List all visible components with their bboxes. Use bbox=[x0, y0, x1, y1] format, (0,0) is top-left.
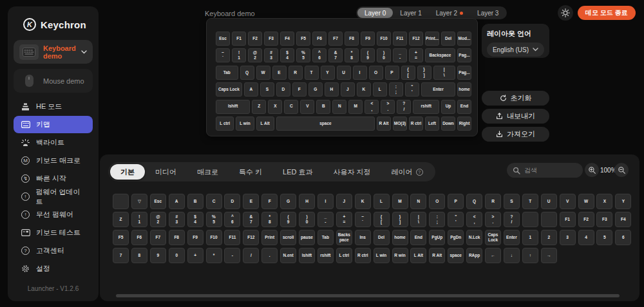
key-print[interactable]: Print bbox=[261, 230, 278, 245]
key-f7[interactable]: F7 bbox=[150, 230, 166, 245]
key--5[interactable]: %5 bbox=[206, 212, 222, 227]
key-r[interactable]: R bbox=[485, 194, 501, 209]
search-box[interactable] bbox=[507, 163, 583, 178]
key-c[interactable]: C bbox=[284, 100, 298, 114]
key-j[interactable]: J bbox=[341, 82, 355, 97]
key--[interactable]: + bbox=[187, 248, 204, 263]
key-f[interactable]: F bbox=[261, 194, 278, 209]
sidebar-item-macro[interactable]: M키보드 매크로 bbox=[14, 152, 93, 169]
key--[interactable]: :; bbox=[389, 82, 403, 97]
key--4[interactable]: $4 bbox=[280, 48, 294, 62]
key-a[interactable]: A bbox=[244, 82, 258, 97]
key-c[interactable]: C bbox=[206, 194, 222, 209]
key--[interactable]: }] bbox=[417, 66, 431, 80]
key-caps-lock[interactable]: Caps Lock bbox=[485, 230, 501, 245]
key--[interactable]: ?/ bbox=[504, 212, 520, 227]
key-j[interactable]: J bbox=[336, 194, 352, 209]
key-f[interactable]: F bbox=[292, 82, 307, 97]
key-n-ent[interactable]: N.ent bbox=[280, 248, 296, 263]
key-enter[interactable]: Enter bbox=[504, 230, 520, 245]
key-s[interactable]: S bbox=[504, 194, 520, 209]
sidebar-item-support[interactable]: ?고객센터 bbox=[14, 242, 93, 259]
key--[interactable]: }] bbox=[392, 212, 408, 227]
key-a[interactable]: A bbox=[169, 194, 185, 209]
key-rshift[interactable]: rshift bbox=[317, 248, 334, 263]
tab-led-효과[interactable]: LED 효과 bbox=[272, 164, 323, 180]
sidebar-item-backlight[interactable]: 백라이트 bbox=[14, 134, 93, 151]
key--[interactable]: >. bbox=[485, 212, 501, 227]
key-3[interactable]: 3 bbox=[560, 230, 576, 245]
key-l-win[interactable]: L win bbox=[374, 248, 390, 263]
key--[interactable]: ← bbox=[485, 248, 501, 263]
key-o[interactable]: O bbox=[369, 66, 383, 80]
key-left[interactable]: Left bbox=[425, 116, 439, 131]
key-v[interactable]: V bbox=[560, 194, 576, 209]
key--3[interactable]: #3 bbox=[169, 212, 185, 227]
key-mod-[interactable]: Mod... bbox=[457, 32, 471, 46]
key-t[interactable]: T bbox=[305, 66, 319, 80]
sidebar-item-he-mode[interactable]: HE 모드 bbox=[14, 98, 93, 115]
key-f8[interactable]: F8 bbox=[169, 230, 185, 245]
key--[interactable]: ↓ bbox=[504, 248, 520, 263]
key-pag-[interactable]: Pag... bbox=[457, 48, 471, 62]
tab-특수-키[interactable]: 특수 키 bbox=[229, 164, 272, 180]
key-v[interactable]: V bbox=[300, 100, 314, 114]
key-f9[interactable]: F9 bbox=[361, 32, 375, 46]
key--[interactable]: . bbox=[261, 248, 278, 263]
key-p[interactable]: P bbox=[385, 66, 399, 80]
key--[interactable]: |\ bbox=[410, 212, 426, 227]
key-f7[interactable]: F7 bbox=[328, 32, 343, 46]
key-r[interactable]: R bbox=[289, 66, 303, 80]
key-u[interactable]: U bbox=[337, 66, 351, 80]
key-esc[interactable]: Esc bbox=[216, 32, 230, 46]
key--[interactable]: / bbox=[243, 248, 259, 263]
key--[interactable]: "' bbox=[405, 82, 419, 97]
key-i[interactable]: I bbox=[317, 194, 334, 209]
key-p[interactable]: P bbox=[448, 194, 464, 209]
key-home[interactable]: home bbox=[457, 82, 471, 97]
key-z[interactable]: Z bbox=[252, 100, 266, 114]
key-end[interactable]: End bbox=[457, 100, 471, 114]
key-enter[interactable]: Enter bbox=[421, 82, 455, 97]
key-pgdn[interactable]: PgDn bbox=[448, 230, 464, 245]
key-rshift[interactable]: rshift bbox=[413, 100, 439, 114]
key-f11[interactable]: F11 bbox=[393, 32, 407, 46]
key--[interactable]: "' bbox=[448, 212, 464, 227]
key-y[interactable]: Y bbox=[615, 194, 631, 209]
key-q[interactable]: Q bbox=[240, 66, 254, 80]
tab-미디어[interactable]: 미디어 bbox=[145, 164, 187, 180]
key--[interactable]: <, bbox=[466, 212, 482, 227]
key-l-alt[interactable]: L Alt bbox=[410, 248, 426, 263]
key--6[interactable]: ^6 bbox=[224, 212, 240, 227]
key-lshift[interactable]: lshift bbox=[216, 100, 250, 114]
key--[interactable]: += bbox=[409, 48, 423, 62]
sidebar-item-wireless-firmware[interactable]: ↑무선 펌웨어 bbox=[14, 206, 93, 223]
key-l-ctrl[interactable]: L ctrl bbox=[336, 248, 352, 263]
key-e[interactable]: E bbox=[243, 194, 259, 209]
key-rapp[interactable]: RApp bbox=[466, 248, 482, 263]
key--[interactable]: * bbox=[206, 248, 222, 263]
key-f12[interactable]: F12 bbox=[409, 32, 423, 46]
key--1[interactable]: !1 bbox=[232, 48, 246, 62]
key-n-lck[interactable]: N.Lck bbox=[466, 230, 482, 245]
key--[interactable]: <, bbox=[365, 100, 379, 114]
key--[interactable]: ~` bbox=[355, 212, 371, 227]
language-select[interactable]: English (US) bbox=[487, 42, 544, 57]
key-w[interactable]: W bbox=[578, 194, 594, 209]
key-blank[interactable] bbox=[541, 212, 557, 227]
key--[interactable]: - bbox=[224, 248, 240, 263]
key-backspace[interactable]: Backspace bbox=[336, 230, 352, 245]
key--1[interactable]: !1 bbox=[131, 212, 147, 227]
key-r-alt[interactable]: R Alt bbox=[377, 116, 391, 131]
key-f8[interactable]: F8 bbox=[345, 32, 359, 46]
sidebar-item-keyboard-test[interactable]: 키보드 테스트 bbox=[14, 224, 93, 241]
key-r-ctrl[interactable]: R ctrl bbox=[409, 116, 423, 131]
key-caps-lock[interactable]: Caps Lock bbox=[216, 82, 242, 97]
key-f11[interactable]: F11 bbox=[224, 230, 240, 245]
key-f5[interactable]: F5 bbox=[113, 230, 129, 245]
key--[interactable]: ▽ bbox=[131, 194, 147, 209]
key--8[interactable]: *8 bbox=[345, 48, 359, 62]
key-y[interactable]: Y bbox=[321, 66, 335, 80]
device-card-keyboard[interactable]: Keyboard demo bbox=[14, 40, 93, 64]
layer-tab-layer-3[interactable]: Layer 3 bbox=[470, 8, 506, 18]
